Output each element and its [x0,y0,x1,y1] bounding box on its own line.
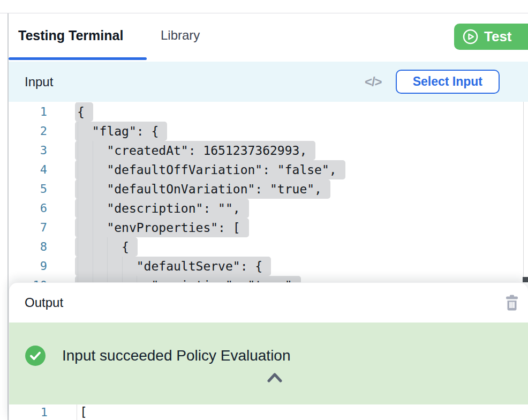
selected-code-text: "createdAt": 1651237362993, [75,141,315,160]
success-banner: Input succeeded Policy Evaluation [9,322,528,404]
tab-bar: Testing Terminal Library Test [9,13,528,62]
selected-code-text: "envProperties": [ [75,218,249,237]
input-actions: </> Select Input [365,70,500,94]
code-cell: "defaultServe": { [77,257,528,276]
line-number-gutter: 7 [9,218,77,237]
code-cell: "description": "", [77,199,528,218]
code-cell: "createdAt": 1651237362993, [77,141,528,160]
output-panel-header: Output [9,283,528,322]
code-line: 4 "defaultOffVariation": "false", [9,160,528,179]
indent-guide [93,141,93,282]
line-number-gutter: 8 [9,237,77,257]
tab-testing-terminal-label: Testing Terminal [18,28,123,43]
tab-library-label: Library [161,28,200,43]
trash-icon[interactable] [504,294,521,312]
code-cell: "defaultOffVariation": "false", [77,160,528,179]
code-line: 8 { [9,237,528,257]
line-number-gutter: 4 [9,160,77,179]
code-cell: { [77,102,528,122]
scrollbar-thumb[interactable] [523,277,528,282]
code-line: 7 "envProperties": [ [9,218,528,237]
code-line: 9 "defaultServe": { [9,257,528,276]
code-text: [ [77,404,87,420]
line-number: 1 [9,404,77,420]
selected-code-text: "variation": "true" [75,276,301,282]
code-cell: "flag": { [77,122,528,141]
selected-code-text: "flag": { [75,122,167,141]
line-number-gutter: 9 [9,257,77,276]
input-panel-header: Input </> Select Input [9,62,528,102]
indent-guide [78,122,78,282]
selected-code-text: { [75,102,93,122]
line-number: 3 [9,141,76,160]
indent-guide [122,257,123,282]
code-line: 6 "description": "", [9,199,528,218]
line-number-gutter: 1 [9,404,77,420]
line-number: 9 [9,257,76,276]
line-number-gutter: 10 [9,276,77,282]
code-cell: { [77,237,528,257]
input-code-editor[interactable]: 1 { 2 "flag": { 3 "createdAt": 165123736… [9,102,528,282]
code-line: 1 { [9,102,528,122]
line-number-gutter: 1 [9,102,77,122]
line-number-gutter: 2 [9,122,77,141]
line-number-gutter: 3 [9,141,77,160]
code-lines-container: 1 { 2 "flag": { 3 "createdAt": 165123736… [9,102,528,282]
selected-code-text: { [75,237,138,257]
success-message: Input succeeded Policy Evaluation [62,346,291,366]
app-window: Testing Terminal Library Test Input </> … [0,0,528,420]
indent-guide [107,237,108,282]
scrollbar-track [523,102,524,282]
line-number: 8 [9,237,76,257]
output-code-editor[interactable]: 1 [ [9,404,528,420]
tab-library[interactable]: Library [161,13,200,57]
line-number: 6 [9,199,76,218]
code-line: 1 [ [9,404,528,420]
code-cell: "envProperties": [ [77,218,528,237]
line-number: 10 [9,276,76,282]
active-tab-underline [9,57,147,60]
line-number-gutter: 5 [9,179,77,199]
select-input-button[interactable]: Select Input [396,70,500,94]
selected-code-text: "defaultOnVariation": "true", [75,179,330,199]
indent-guide [137,276,137,282]
code-cell: [ [77,404,528,420]
line-number: 2 [9,122,76,141]
line-number: 4 [9,160,76,179]
line-number: 1 [9,102,76,122]
line-number: 5 [9,179,76,199]
play-circle-icon [462,28,479,45]
output-panel: Output Input succeeded Policy Ev [9,282,528,420]
line-number-gutter: 6 [9,199,77,218]
check-circle-icon [25,346,46,366]
tab-testing-terminal[interactable]: Testing Terminal [18,13,123,57]
input-panel-title: Input [25,74,53,89]
code-cell: "variation": "true" [77,276,528,282]
collapse-chevron-icon[interactable] [266,372,283,384]
code-line: 2 "flag": { [9,122,528,141]
selected-code-text: "description": "", [75,199,249,218]
code-line: 3 "createdAt": 1651237362993, [9,141,528,160]
code-view-icon[interactable]: </> [365,74,382,89]
selected-code-text: "defaultServe": { [75,257,271,276]
output-panel-title: Output [25,295,63,310]
selected-code-text: "defaultOffVariation": "false", [75,160,345,179]
code-line: 5 "defaultOnVariation": "true", [9,179,528,199]
code-cell: "defaultOnVariation": "true", [77,179,528,199]
line-number: 7 [9,218,76,237]
test-button-label: Test [484,28,512,45]
code-line: 10 "variation": "true" [9,276,528,282]
test-button[interactable]: Test [454,24,528,50]
